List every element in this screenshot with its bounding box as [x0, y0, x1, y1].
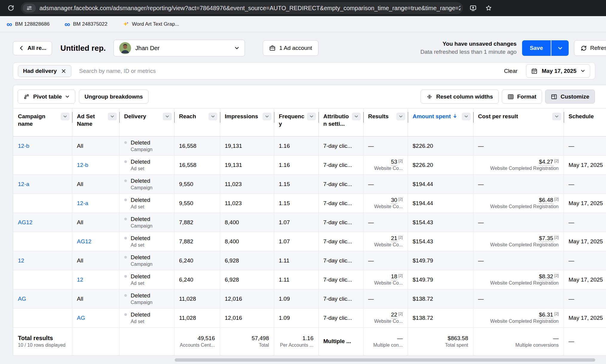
ad-account-button[interactable]: 1 Ad account: [263, 40, 318, 56]
bookmark-bm-1[interactable]: ∞ BM 128828686: [5, 21, 51, 27]
delivery-text: DeletedAd set: [131, 235, 151, 248]
campaign-link[interactable]: AG12: [18, 219, 33, 225]
campaign-link[interactable]: 12-b: [18, 143, 29, 149]
search-input[interactable]: [79, 67, 502, 75]
total-cost-per-result-sub: Multiple conversions: [478, 343, 559, 348]
empty-value: —: [368, 143, 374, 149]
column-header-reach[interactable]: Reach: [174, 108, 220, 136]
bookmark-bm-2[interactable]: ∞ BM 248375022: [63, 21, 109, 27]
empty-value: —: [478, 219, 484, 225]
column-header-cost-per-result[interactable]: Cost per result: [473, 108, 564, 136]
reload-button[interactable]: [5, 3, 16, 13]
data-refreshed-text: Data refreshed less than 1 minute ago: [420, 48, 516, 56]
report-table-card: Pivot table Ungroup breakdowns Reset col…: [13, 85, 606, 356]
bookmark-word-art[interactable]: Word Art Text Grap...: [121, 21, 181, 28]
footnote-badge: [2]: [554, 311, 559, 316]
column-menu-button[interactable]: [163, 113, 172, 120]
cell-campaign-name: [13, 270, 72, 289]
footnote-badge: [2]: [554, 235, 559, 239]
format-button[interactable]: Format: [502, 90, 542, 104]
empty-value: —: [478, 257, 484, 264]
date-range-picker[interactable]: May 17, 2025: [526, 64, 590, 78]
empty-value: —: [478, 181, 484, 187]
column-header-attribution-setti[interactable]: Attribution setti...: [318, 108, 363, 136]
cell-amount-spent: $226.20: [408, 136, 473, 156]
save-options-button[interactable]: [551, 40, 569, 56]
ad-set-link[interactable]: AG: [77, 315, 85, 321]
delivery-status-label: Deleted: [131, 177, 153, 185]
table-row-12: 12DeletedAd set6,2406,9281.117-day clic.…: [13, 270, 606, 289]
ad-set-link[interactable]: 12-a: [77, 200, 88, 206]
campaign-link[interactable]: AG: [18, 296, 26, 302]
column-menu-button[interactable]: [263, 113, 271, 120]
cell-amount-spent: $194.44: [408, 194, 473, 213]
column-header-results[interactable]: Results: [363, 108, 408, 136]
column-header-ad-set-name[interactable]: Ad Set Name: [72, 108, 119, 136]
table-header-row: Campaign nameAd Set NameDeliveryReachImp…: [13, 108, 606, 136]
campaign-link[interactable]: 12: [18, 257, 24, 264]
filter-chip-had-delivery[interactable]: Had delivery: [18, 65, 71, 77]
column-header-content: Amount spent: [413, 113, 471, 120]
ad-set-link[interactable]: AG12: [77, 238, 92, 245]
column-menu-button[interactable]: [552, 113, 561, 120]
site-info-icon[interactable]: [23, 4, 36, 13]
remove-filter-icon[interactable]: [61, 68, 66, 74]
metric-sub-label: Website Co...: [368, 318, 403, 325]
bookmark-star-icon[interactable]: [483, 3, 494, 13]
column-menu-button[interactable]: [61, 113, 70, 120]
save-button[interactable]: Save: [522, 40, 551, 56]
cell-frequency: 1.16: [274, 136, 318, 156]
pivot-table-dropdown[interactable]: Pivot table: [18, 90, 75, 104]
metric-value: $7.35: [539, 235, 553, 242]
column-menu-button[interactable]: [108, 113, 117, 120]
ad-set-link[interactable]: 12-b: [77, 162, 88, 168]
column-menu-button[interactable]: [307, 113, 316, 120]
reset-column-widths-button[interactable]: Reset column widths: [421, 90, 498, 104]
delivery-status: DeletedAd set: [124, 196, 169, 210]
column-header-content: Impressions: [225, 113, 271, 120]
clear-filters-button[interactable]: Clear: [502, 67, 519, 75]
cell-frequency: 1.09: [274, 308, 318, 328]
total-reach: 49,516Accounts Cent...: [174, 328, 220, 355]
cell-delivery: DeletedAd set: [119, 156, 174, 175]
cell-reach: 9,550: [174, 175, 220, 194]
table-toolbar: Pivot table Ungroup breakdowns Reset col…: [13, 85, 595, 108]
reset-column-widths-label: Reset column widths: [436, 93, 493, 100]
column-menu-button[interactable]: [462, 113, 471, 120]
cell-attribution-setting: 7-day clic...: [318, 232, 363, 251]
address-bar[interactable]: adsmanager.facebook.com/adsmanager/repor…: [21, 2, 463, 14]
column-header-amount-spent[interactable]: Amount spent: [408, 108, 473, 136]
delivery-status: DeletedAd set: [124, 311, 169, 325]
metric-sub-label: Website Completed Registration: [478, 165, 559, 172]
delivery-status: DeletedCampaign: [124, 177, 169, 191]
table-totals-row: Total results10 / 10 rows displayed49,51…: [13, 328, 606, 355]
column-menu-button[interactable]: [396, 113, 405, 120]
install-app-icon[interactable]: [468, 3, 478, 13]
cell-cost-per-result: —: [473, 175, 564, 194]
delivery-text: DeletedCampaign: [131, 292, 153, 306]
cell-reach: 7,882: [174, 213, 220, 232]
total-frequency-sub: Per Accounts ...: [279, 343, 314, 348]
account-selector[interactable]: Jhan Der: [113, 40, 245, 56]
horizontal-scrollbar[interactable]: [175, 358, 595, 362]
column-header-schedule[interactable]: Schedule: [564, 108, 606, 136]
column-header-delivery[interactable]: Delivery: [119, 108, 174, 136]
customize-button[interactable]: Customize: [545, 90, 595, 104]
column-header-label: Ad Set Name: [77, 113, 106, 128]
back-to-all-reports-button[interactable]: All re...: [13, 41, 52, 55]
total-cost-per-result-value: —: [478, 335, 559, 342]
column-menu-button[interactable]: [352, 113, 361, 120]
column-header-impressions[interactable]: Impressions: [220, 108, 274, 136]
refresh-button[interactable]: Refresh: [574, 40, 606, 56]
column-menu-button[interactable]: [208, 113, 217, 120]
campaign-link[interactable]: 12-a: [18, 181, 29, 187]
ad-set-link[interactable]: 12: [77, 277, 83, 283]
cell-campaign-name: 12: [13, 251, 72, 270]
delivery-level-label: Campaign: [131, 299, 153, 306]
ungroup-breakdowns-button[interactable]: Ungroup breakdowns: [79, 90, 148, 104]
cell-cost-per-result-content: $7.35[2]Website Completed Registration: [478, 235, 559, 248]
meta-logo-icon: ∞: [65, 21, 70, 27]
column-header-frequency[interactable]: Frequency: [274, 108, 318, 136]
column-header-campaign-name[interactable]: Campaign name: [13, 108, 72, 136]
total-frequency: 1.16Per Accounts ...: [274, 328, 318, 355]
